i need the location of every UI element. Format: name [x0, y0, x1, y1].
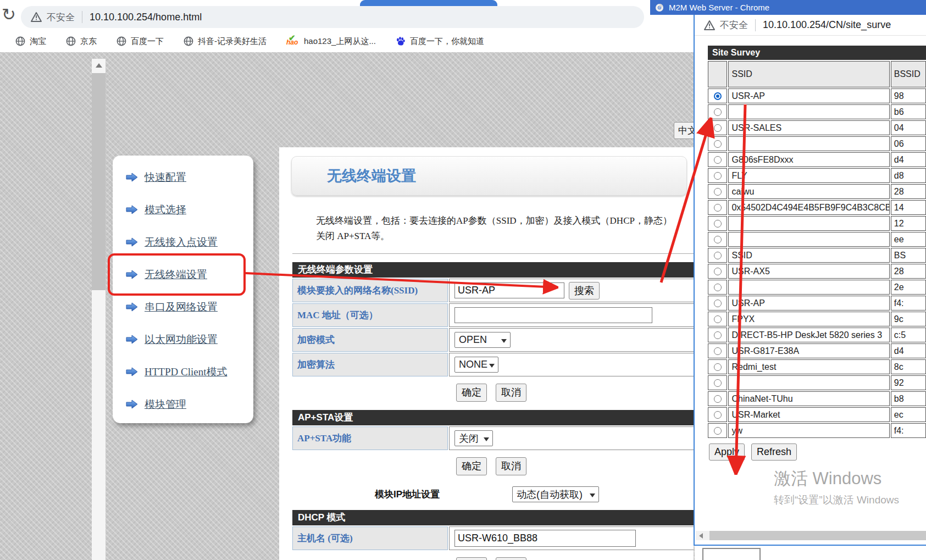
radio-button[interactable] — [714, 315, 722, 323]
radio-button[interactable] — [714, 220, 722, 228]
radio-button[interactable] — [714, 284, 722, 291]
url-text: 10.10.100.254/home.html — [90, 12, 202, 23]
scrollbar-left-arrow-icon[interactable] — [696, 531, 705, 540]
form-row-enc-mode: 加密模式 OPEN — [292, 328, 694, 352]
mac-input[interactable] — [454, 307, 652, 323]
menu-item-mode-select[interactable]: 模式选择 — [113, 193, 253, 226]
enc-alg-select[interactable]: NONE — [454, 357, 498, 373]
form-row-apsta: AP+STA功能 关闭 — [292, 426, 694, 450]
popup-address-bar[interactable]: 不安全 10.10.100.254/CN/site_surve — [695, 15, 926, 36]
radio-button[interactable] — [714, 379, 722, 387]
bookmark-hao123[interactable]: ✔hao hao123_上网从这... — [286, 36, 376, 47]
ip-mode-select[interactable]: 动态(自动获取) — [512, 486, 599, 502]
cancel-button[interactable]: 取消 — [496, 557, 526, 560]
radio-button[interactable] — [714, 395, 722, 403]
menu-item-module-manage[interactable]: 模块管理 — [113, 388, 253, 420]
menu-item-serial-network[interactable]: 串口及网络设置 — [113, 291, 253, 323]
form-row-ssid: 模块要接入的网络名称(SSID) 搜索 — [292, 279, 694, 302]
search-button[interactable]: 搜索 — [569, 282, 600, 300]
refresh-button[interactable]: Refresh — [751, 443, 797, 461]
address-separator — [755, 19, 756, 31]
enc-mode-select[interactable]: OPEN — [454, 332, 511, 348]
sta-form: 无线终端参数设置 模块要接入的网络名称(SSID) 搜索 MAC 地址（可选） … — [292, 262, 694, 560]
ok-button[interactable]: 确定 — [456, 557, 487, 560]
bookmark-taobao[interactable]: 淘宝 — [15, 36, 46, 47]
radio-button[interactable] — [714, 156, 722, 164]
baidu-paw-icon — [396, 36, 406, 46]
radio-button[interactable] — [714, 236, 722, 243]
radio-button[interactable] — [714, 427, 722, 435]
menu-item-quick-config[interactable]: 快速配置 — [113, 161, 253, 193]
page-vertical-scrollbar[interactable] — [92, 59, 106, 560]
main-content: 无线终端设置 无线终端设置，包括：要去连接的AP参数（SSID，加密）及接入模式… — [279, 147, 694, 560]
radio-button[interactable] — [714, 363, 722, 371]
ip-mode-row: 模块IP地址设置 动态(自动获取) — [292, 486, 694, 502]
bookmark-baidu-home[interactable]: 百度一下，你就知道 — [396, 36, 484, 47]
scrollbar-up-arrow-icon[interactable] — [92, 59, 106, 71]
sidebar-menu: 快速配置 模式选择 无线接入点设置 无线终端设置 串口及网络设置 以太网功能设置… — [113, 156, 253, 423]
table-row: USR-APf4: — [708, 296, 926, 311]
radio-button[interactable] — [714, 411, 722, 419]
cancel-button[interactable]: 取消 — [496, 457, 526, 475]
arrow-right-icon — [126, 400, 138, 409]
table-row: USR-Marketec — [708, 407, 926, 422]
popup-horizontal-scrollbar[interactable] — [696, 531, 926, 540]
ssid-input[interactable] — [454, 282, 564, 298]
menu-item-sta-settings[interactable]: 无线终端设置 — [113, 258, 253, 291]
radio-button[interactable] — [714, 172, 722, 180]
bookmark-douyin[interactable]: 抖音-记录美好生活 — [184, 36, 267, 47]
hostname-input[interactable] — [454, 530, 636, 547]
scrollbar-thumb[interactable] — [709, 531, 926, 540]
form-row-enc-alg: 加密算法 NONE — [292, 353, 694, 376]
radio-button[interactable] — [714, 92, 722, 100]
apply-button[interactable]: Apply — [709, 443, 745, 461]
ok-button[interactable]: 确定 — [456, 457, 487, 475]
active-tab-accent[interactable] — [360, 0, 497, 6]
globe-icon — [15, 36, 25, 46]
chrome-icon — [655, 3, 664, 12]
radio-button[interactable] — [714, 188, 722, 196]
address-bar[interactable]: 不安全 10.10.100.254/home.html — [21, 6, 644, 28]
table-row: caiwu28 — [708, 184, 926, 199]
table-row: USR-AX528 — [708, 264, 926, 279]
security-label: 不安全 — [720, 19, 748, 31]
table-row: 0x54502D4C494E4B5FB9F9C4B3C8CB14 — [708, 200, 926, 215]
radio-button[interactable] — [714, 252, 722, 259]
globe-icon — [66, 36, 76, 46]
table-row: DIRECT-B5-HP DeskJet 5820 series 3c:5 — [708, 328, 926, 342]
bookmarks-bar: 淘宝 京东 百度一下 抖音-记录美好生活 ✔hao hao123_上网从这...… — [0, 31, 648, 52]
arrow-right-icon — [126, 302, 138, 312]
popup-titlebar[interactable]: M2M Web Server - Chrome — [650, 0, 926, 15]
popup-url-text: 10.10.100.254/CN/site_surve — [763, 19, 891, 31]
menu-item-httpd-client[interactable]: HTTPD Client模式 — [113, 356, 253, 388]
reload-icon[interactable]: ↻ — [2, 5, 16, 24]
section-header-sta-params: 无线终端参数设置 — [292, 262, 694, 278]
menu-item-ap-settings[interactable]: 无线接入点设置 — [113, 226, 253, 258]
radio-button[interactable] — [714, 204, 722, 212]
table-row: ywf4: — [708, 423, 926, 438]
table-row: ChinaNet-TUhub8 — [708, 391, 926, 406]
ok-button[interactable]: 确定 — [456, 384, 487, 402]
section-header-apsta: AP+STA设置 — [292, 410, 694, 425]
radio-button[interactable] — [714, 300, 722, 307]
radio-button[interactable] — [714, 347, 722, 355]
site-survey-header: Site Survey — [708, 46, 926, 60]
arrow-right-icon — [126, 205, 138, 214]
arrow-right-icon — [126, 367, 138, 376]
radio-button[interactable] — [714, 108, 722, 116]
table-row: Redmi_test8c — [708, 359, 926, 374]
bookmark-jd[interactable]: 京东 — [66, 36, 97, 47]
scrollbar-thumb[interactable] — [92, 73, 106, 290]
bookmark-baidu-search[interactable]: 百度一下 — [117, 36, 164, 47]
page-fragment-below-popup — [695, 546, 926, 560]
radio-button[interactable] — [714, 124, 722, 132]
cancel-button[interactable]: 取消 — [496, 384, 526, 402]
ssid-label: 模块要接入的网络名称(SSID) — [292, 279, 448, 302]
apsta-select[interactable]: 关闭 — [454, 430, 493, 446]
radio-button[interactable] — [714, 268, 722, 275]
radio-button[interactable] — [714, 140, 722, 148]
radio-button[interactable] — [714, 331, 722, 339]
sta-buttons: 确定 取消 — [456, 384, 694, 402]
menu-item-ethernet[interactable]: 以太网功能设置 — [113, 323, 253, 356]
arrow-right-icon — [126, 237, 138, 247]
